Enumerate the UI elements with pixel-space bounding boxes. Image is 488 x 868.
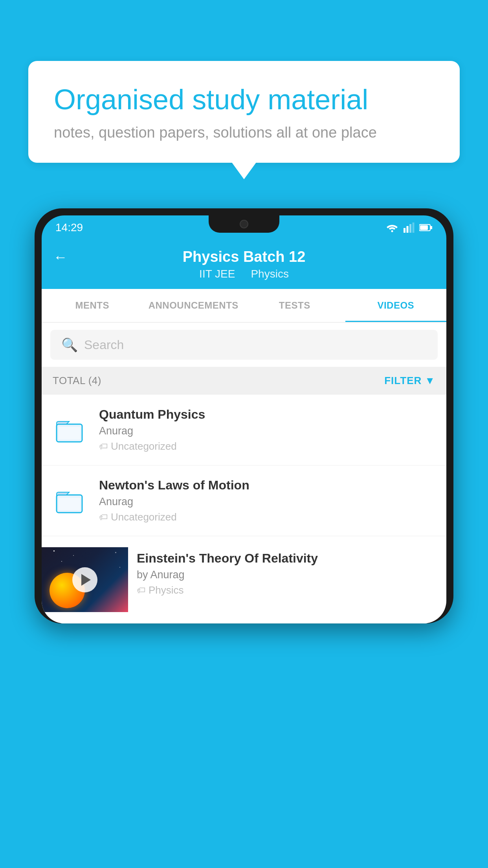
tab-bar: MENTS ANNOUNCEMENTS TESTS VIDEOS [42, 289, 446, 323]
phone-mockup: 14:29 [35, 208, 453, 623]
tab-videos[interactable]: VIDEOS [345, 289, 447, 322]
svg-rect-9 [59, 427, 80, 440]
svg-rect-11 [59, 498, 80, 510]
svg-point-0 [391, 230, 393, 232]
video-author: Anurag [99, 496, 435, 508]
speech-bubble-container: Organised study material notes, question… [28, 61, 460, 163]
video-tag: 🏷 Uncategorized [99, 511, 435, 523]
svg-rect-6 [431, 226, 432, 229]
app-header: ← Physics Batch 12 IIT JEE Physics [42, 240, 446, 289]
subtext: notes, question papers, solutions all at… [54, 124, 434, 141]
list-item[interactable]: Einstein's Theory Of Relativity by Anura… [42, 536, 446, 623]
list-item[interactable]: Newton's Laws of Motion Anurag 🏷 Uncateg… [42, 465, 446, 536]
search-input[interactable]: Search [84, 338, 124, 352]
tag-icon: 🏷 [99, 441, 108, 452]
video-info: Einstein's Theory Of Relativity by Anura… [137, 547, 435, 596]
folder-icon-container [53, 414, 88, 446]
subtitle-iitjee: IIT JEE [199, 268, 235, 280]
tag-text: Uncategorized [111, 511, 177, 523]
back-button[interactable]: ← [53, 249, 68, 265]
tag-icon: 🏷 [137, 585, 145, 596]
svg-rect-7 [420, 225, 428, 230]
tag-text: Physics [149, 584, 184, 596]
folder-icon [55, 414, 86, 446]
video-author: by Anurag [137, 569, 435, 581]
svg-rect-3 [409, 224, 411, 233]
folder-icon-container [53, 485, 88, 517]
play-triangle-icon [81, 574, 91, 586]
page-title: Physics Batch 12 [53, 248, 435, 265]
tag-icon: 🏷 [99, 512, 108, 522]
video-author: Anurag [99, 425, 435, 437]
video-list: Quantum Physics Anurag 🏷 Uncategorized [42, 395, 446, 623]
video-tag: 🏷 Physics [137, 584, 435, 596]
tab-ments[interactable]: MENTS [42, 289, 143, 322]
svg-rect-4 [413, 223, 415, 233]
video-title: Newton's Laws of Motion [99, 478, 435, 493]
camera [240, 220, 248, 228]
tab-tests[interactable]: TESTS [244, 289, 345, 322]
video-info: Newton's Laws of Motion Anurag 🏷 Uncateg… [99, 478, 435, 523]
status-icons [385, 223, 433, 233]
list-item[interactable]: Quantum Physics Anurag 🏷 Uncategorized [42, 395, 446, 465]
total-count: TOTAL (4) [53, 375, 101, 387]
filter-icon: ▼ [425, 375, 435, 387]
video-info: Quantum Physics Anurag 🏷 Uncategorized [99, 407, 435, 452]
speech-bubble: Organised study material notes, question… [28, 61, 460, 163]
phone-screen: 14:29 [42, 215, 446, 623]
tab-announcements[interactable]: ANNOUNCEMENTS [143, 289, 244, 322]
phone-frame: 14:29 [35, 208, 453, 623]
search-icon: 🔍 [61, 337, 78, 353]
signal-icon [404, 223, 415, 233]
filter-button[interactable]: FILTER ▼ [384, 375, 435, 387]
filter-label: FILTER [384, 375, 422, 387]
wifi-icon [385, 223, 399, 233]
video-tag: 🏷 Uncategorized [99, 440, 435, 452]
headline: Organised study material [54, 83, 434, 116]
play-button[interactable] [72, 567, 97, 592]
status-time: 14:29 [55, 221, 83, 234]
svg-rect-1 [404, 228, 405, 233]
folder-icon [55, 485, 86, 517]
video-thumbnail [42, 547, 128, 612]
battery-icon [419, 224, 433, 232]
search-bar[interactable]: 🔍 Search [50, 330, 438, 360]
header-subtitle: IIT JEE Physics [199, 268, 289, 280]
subtitle-physics: Physics [251, 268, 288, 280]
video-title: Einstein's Theory Of Relativity [137, 551, 435, 566]
filter-bar: TOTAL (4) FILTER ▼ [42, 367, 446, 395]
svg-rect-2 [407, 226, 409, 233]
search-container: 🔍 Search [42, 323, 446, 367]
status-bar: 14:29 [42, 215, 446, 240]
tag-text: Uncategorized [111, 440, 177, 452]
video-title: Quantum Physics [99, 407, 435, 422]
